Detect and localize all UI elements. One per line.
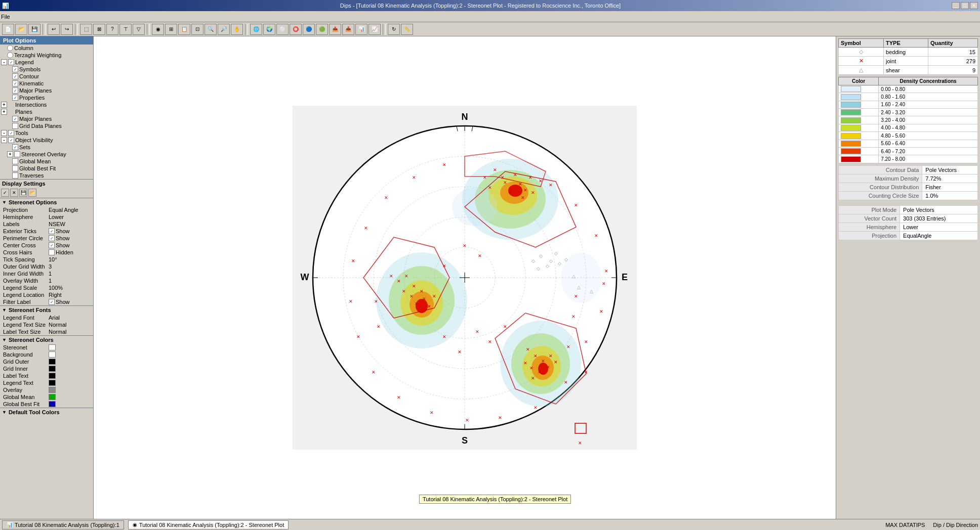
radio-terzaghi[interactable]	[7, 52, 13, 58]
swatch-grid-inner[interactable]	[49, 366, 56, 372]
check-legend[interactable]	[8, 59, 14, 65]
tb-sep3	[147, 24, 150, 35]
tree-symbols[interactable]: Symbols	[0, 66, 93, 73]
check-cross-hairs[interactable]	[49, 249, 55, 255]
swatch-overlay[interactable]	[49, 387, 56, 393]
tree-major-planes2[interactable]: Major Planes	[0, 115, 93, 122]
tree-kinematic[interactable]: Kinematic	[0, 80, 93, 87]
check-perimeter[interactable]	[49, 235, 55, 241]
tb-chart2[interactable]: 📈	[369, 24, 381, 35]
svg-text:✕: ✕	[430, 410, 434, 415]
check-exterior-ticks[interactable]	[49, 228, 55, 234]
tree-overlay[interactable]: + Stereonet Overlay	[0, 151, 93, 158]
tb-measure[interactable]: 📏	[401, 24, 413, 35]
display-settings-toolbar: ✓ ✕ 💾 📂	[0, 188, 93, 198]
tree-sets[interactable]: Sets	[0, 144, 93, 151]
tb-zoom-fit[interactable]: ⊡	[191, 24, 203, 35]
check-symbols[interactable]	[12, 66, 18, 72]
tb-stereonet[interactable]: ◉	[152, 24, 164, 35]
ds-load[interactable]: 📂	[28, 189, 36, 197]
expand-obj-vis[interactable]: -	[1, 137, 7, 143]
check-global-best[interactable]	[12, 165, 18, 171]
check-tools[interactable]	[8, 130, 14, 136]
tb-earth[interactable]: 🌍	[263, 24, 275, 35]
tree-intersections[interactable]: + Intersections	[0, 101, 93, 108]
check-obj-vis[interactable]	[8, 137, 14, 143]
tb-select[interactable]: ⬚	[80, 24, 92, 35]
tree-obj-vis[interactable]: - Object Visibility	[0, 137, 93, 144]
expand-legend[interactable]: -	[1, 59, 7, 65]
tb-export[interactable]: 📤	[329, 24, 341, 35]
tree-legend[interactable]: - Legend	[0, 59, 93, 66]
radio-column[interactable]	[7, 45, 13, 51]
prop-overlay-width: Overlay Width 1	[0, 277, 93, 284]
tree-contour[interactable]: Contour	[0, 73, 93, 80]
legend-header-quantity: Quantity	[928, 39, 978, 48]
check-global-mean[interactable]	[12, 158, 18, 164]
tb-zoom-out[interactable]: 🔎	[218, 24, 230, 35]
expand-intersections[interactable]: +	[1, 102, 7, 108]
tree-planes[interactable]: + Planes	[0, 108, 93, 115]
tb-zoom-in[interactable]: 🔍	[205, 24, 217, 35]
swatch-global-mean[interactable]	[49, 394, 56, 400]
tb-import[interactable]: 📥	[342, 24, 354, 35]
tb-filter2[interactable]: ▽	[133, 24, 145, 35]
tb-chart[interactable]: 📊	[355, 24, 368, 35]
tb-contour[interactable]: 🟢	[316, 24, 328, 35]
check-contour[interactable]	[12, 73, 18, 79]
check-kinematic[interactable]	[12, 80, 18, 86]
expand-planes[interactable]: +	[1, 109, 7, 115]
tree-terzaghi[interactable]: Terzaghi Weighting	[0, 52, 93, 59]
check-sets[interactable]	[12, 144, 18, 150]
tree-global-best[interactable]: Global Best Fit	[0, 165, 93, 172]
ds-x[interactable]: ✕	[10, 189, 18, 197]
check-grid-data[interactable]	[12, 123, 18, 129]
tree-grid-data[interactable]: Grid Data Planes	[0, 122, 93, 129]
minimize-button[interactable]: _	[952, 2, 960, 9]
ds-save[interactable]: 💾	[19, 189, 27, 197]
check-properties[interactable]	[12, 95, 18, 101]
tree-global-mean[interactable]: Global Mean	[0, 158, 93, 165]
tb-sphere3[interactable]: 🔵	[303, 24, 315, 35]
tb-globe[interactable]: 🌐	[250, 24, 262, 35]
tree-properties[interactable]: Properties	[0, 94, 93, 101]
tb-redo[interactable]: ↪	[61, 24, 73, 35]
swatch-legend-text[interactable]	[49, 380, 56, 386]
close-button[interactable]: ✕	[970, 2, 978, 9]
swatch-grid-outer[interactable]	[49, 359, 56, 365]
swatch-background[interactable]	[49, 351, 56, 358]
tb-sphere[interactable]: ⚪	[276, 24, 289, 35]
status-tab-1[interactable]: 📊 Tutorial 08 Kinematic Analysis (Toppli…	[2, 520, 124, 529]
check-major-planes2[interactable]	[12, 116, 18, 122]
tb-pan[interactable]: ✋	[231, 24, 243, 35]
svg-text:◇: ◇	[546, 263, 549, 269]
tb-view3[interactable]: 📋	[178, 24, 190, 35]
tb-new[interactable]: 📄	[2, 24, 14, 35]
check-traverses[interactable]	[12, 172, 18, 179]
tb-open[interactable]: 📂	[15, 24, 27, 35]
tb-view2[interactable]: ⊞	[165, 24, 177, 35]
check-center-cross[interactable]	[49, 242, 55, 248]
swatch-label-text[interactable]	[49, 373, 56, 379]
check-major-planes[interactable]	[12, 87, 18, 94]
tree-column[interactable]: Column	[0, 45, 93, 52]
check-overlay[interactable]	[14, 151, 20, 157]
swatch-global-best[interactable]	[49, 401, 56, 407]
tb-save[interactable]: 💾	[28, 24, 40, 35]
tree-major-planes[interactable]: Major Planes	[0, 87, 93, 94]
tree-traverses[interactable]: Traverses	[0, 172, 93, 179]
maximize-button[interactable]: □	[961, 2, 969, 9]
expand-tools[interactable]: -	[1, 130, 7, 136]
tb-deselect[interactable]: ⊠	[93, 24, 105, 35]
tb-sphere2[interactable]: ⭕	[290, 24, 302, 35]
tb-filter[interactable]: ⊤	[119, 24, 132, 35]
status-tab-2[interactable]: ◉ Tutorial 08 Kinematic Analysis (Toppli…	[128, 520, 289, 529]
tb-undo[interactable]: ↩	[48, 24, 60, 35]
tree-tools[interactable]: - Tools	[0, 129, 93, 137]
tb-query[interactable]: ?	[106, 24, 118, 35]
check-filter-label[interactable]	[49, 299, 55, 305]
expand-overlay[interactable]: +	[7, 151, 13, 157]
swatch-stereonet[interactable]	[49, 344, 56, 350]
tb-rotate[interactable]: ↻	[388, 24, 400, 35]
ds-check[interactable]: ✓	[1, 189, 9, 197]
